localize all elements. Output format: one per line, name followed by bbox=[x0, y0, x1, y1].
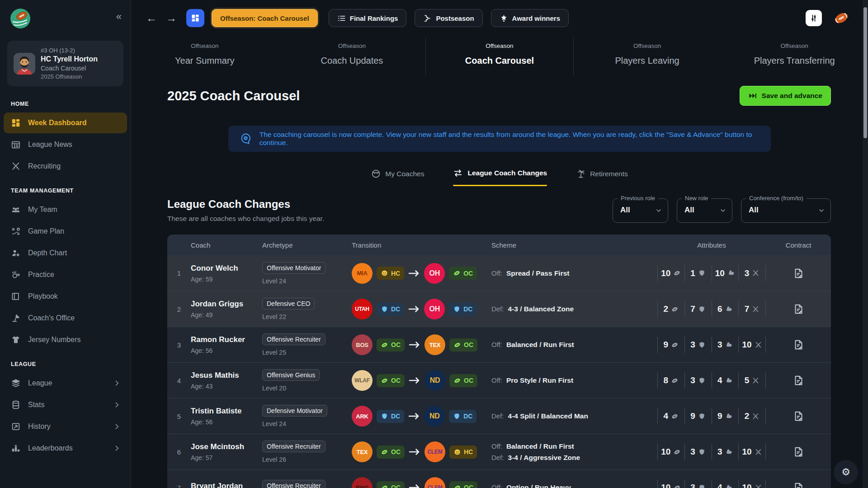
coach-level: Level 24 bbox=[262, 277, 352, 285]
current-season: 2025 Offseason bbox=[41, 73, 98, 80]
contract-button[interactable] bbox=[766, 339, 831, 351]
desk-lamp-icon bbox=[11, 313, 21, 323]
stepper-item-coach-updates[interactable]: Offseason Coach Updates bbox=[278, 37, 426, 76]
sidebar-item-league[interactable]: League bbox=[4, 373, 127, 394]
sidebar-section-label: TEAM MANAGEMENT bbox=[0, 178, 131, 198]
team-logo-tex: TEX bbox=[425, 334, 445, 355]
palm-tree-icon bbox=[576, 169, 585, 178]
save-and-advance-button[interactable]: Save and advance bbox=[740, 86, 831, 106]
sidebar-item-playbook[interactable]: Playbook bbox=[4, 286, 127, 307]
section-subtitle: These are all coaches who changed jobs t… bbox=[167, 215, 324, 223]
coach-face-icon bbox=[371, 169, 381, 178]
new-role-filter[interactable]: New role All bbox=[677, 198, 732, 223]
conference-filter[interactable]: Conference (from/to) All bbox=[741, 198, 831, 223]
contract-button[interactable] bbox=[766, 375, 831, 386]
tab-league-coach-changes[interactable]: League Coach Changes bbox=[453, 168, 547, 186]
crossed-swords-icon bbox=[755, 448, 762, 456]
stepper-eyebrow: Offseason bbox=[574, 42, 721, 49]
sidebar: « #3 OH (13-2) HC Tyrell Horton Coach Ca… bbox=[0, 0, 131, 488]
role-badge-oc: OC bbox=[449, 338, 477, 352]
postseason-button[interactable]: Postseason bbox=[415, 9, 482, 27]
bicep-icon bbox=[725, 377, 733, 385]
bicep-icon bbox=[725, 448, 733, 456]
sidebar-item-league-news[interactable]: League News bbox=[4, 134, 127, 155]
sidebar-item-game-plan[interactable]: Game Plan bbox=[4, 221, 127, 242]
crossed-swords-icon bbox=[752, 413, 760, 420]
contract-button[interactable] bbox=[766, 410, 831, 422]
sidebar-item-depth-chart[interactable]: Depth Chart bbox=[4, 243, 127, 263]
contract-button[interactable] bbox=[766, 446, 831, 458]
sidebar-item-leaderboards[interactable]: Leaderboards bbox=[4, 438, 127, 459]
contract-button[interactable] bbox=[766, 482, 831, 488]
row-number: 2 bbox=[167, 305, 191, 313]
table-header: Coach Archetype Transition Scheme Attrib… bbox=[167, 235, 831, 255]
chevron-right-icon bbox=[113, 380, 121, 387]
sidebar-item-recruiting[interactable]: Recruiting bbox=[4, 156, 127, 177]
database-icon bbox=[11, 400, 21, 410]
main-content: ← → Offseason: Coach Carousel Final Rank… bbox=[131, 0, 868, 488]
sidebar-collapse-button[interactable]: « bbox=[116, 12, 122, 22]
table-row: 5 Tristin Batiste Age: 56 Defensive Moti… bbox=[167, 398, 831, 434]
page-title: 2025 Coach Carousel bbox=[167, 89, 300, 103]
display-settings-button[interactable] bbox=[806, 10, 822, 26]
sidebar-item-label: Practice bbox=[28, 271, 54, 279]
settings-gear-button[interactable]: ⚙ bbox=[834, 460, 858, 484]
attributes-cell: 101103 bbox=[657, 265, 766, 282]
sidebar-item-jersey-numbers[interactable]: Jersey Numbers bbox=[4, 329, 127, 350]
previous-role-filter[interactable]: Previous role All bbox=[613, 198, 668, 223]
attributes-cell: 4992 bbox=[657, 408, 766, 424]
attributes-cell: 8345 bbox=[657, 372, 766, 389]
jersey-icon bbox=[11, 335, 21, 345]
stepper-item-players-leaving[interactable]: Offseason Players Leaving bbox=[573, 37, 721, 76]
back-arrow-button[interactable]: ← bbox=[144, 12, 159, 24]
grid-icon bbox=[11, 118, 21, 128]
sidebar-item-my-team[interactable]: My Team bbox=[4, 199, 127, 220]
page-scrollbar-thumb[interactable] bbox=[863, 7, 867, 138]
chevron-down-icon bbox=[818, 207, 825, 214]
forward-arrow-button[interactable]: → bbox=[164, 12, 179, 24]
bicep-icon bbox=[725, 413, 733, 420]
team-logo-oh: OH bbox=[424, 299, 445, 319]
stepper-item-players-transferring[interactable]: Offseason Players Transferring bbox=[721, 37, 868, 76]
football-icon bbox=[381, 377, 388, 385]
contract-button[interactable] bbox=[766, 303, 831, 315]
contract-button[interactable] bbox=[766, 267, 831, 279]
archetype-badge: Defensive Motivator bbox=[262, 405, 327, 417]
stepper-item-coach-carousel[interactable]: Offseason Coach Carousel bbox=[425, 37, 573, 76]
transition-arrow-icon bbox=[409, 484, 420, 488]
transition-arrow-icon bbox=[409, 341, 420, 348]
tab-retirements[interactable]: Retirements bbox=[576, 168, 628, 186]
tab-my-coaches[interactable]: My Coaches bbox=[371, 168, 424, 186]
section-title: League Coach Changes bbox=[167, 198, 324, 211]
coach-name: Jose Mcintosh bbox=[191, 442, 262, 451]
stepper-item-year-summary[interactable]: Offseason Year Summary bbox=[131, 37, 278, 76]
whistle-icon bbox=[11, 270, 21, 280]
offseason-stage-button[interactable]: Offseason: Coach Carousel bbox=[212, 9, 318, 27]
sidebar-item-label: League News bbox=[28, 141, 72, 149]
stepper-title: Players Leaving bbox=[574, 56, 721, 66]
football-icon bbox=[671, 413, 679, 420]
chevron-down-icon bbox=[719, 207, 726, 214]
sidebar-item-practice[interactable]: Practice bbox=[4, 264, 127, 285]
transition-cell: ARKDCNDDC bbox=[352, 406, 491, 427]
dashboard-grid-button[interactable] bbox=[186, 9, 204, 27]
stepper-title: Players Transferring bbox=[721, 56, 868, 66]
football-icon bbox=[453, 341, 461, 349]
strategy-icon bbox=[11, 226, 21, 236]
sidebar-item-stats[interactable]: Stats bbox=[4, 394, 127, 415]
final-rankings-button[interactable]: Final Rankings bbox=[329, 9, 407, 27]
stepper-title: Coach Updates bbox=[278, 56, 426, 66]
sidebar-item-coach-s-office[interactable]: Coach's Office bbox=[4, 308, 127, 328]
coach-name: Jordan Griggs bbox=[191, 300, 262, 309]
sidebar-item-week-dashboard[interactable]: Week Dashboard bbox=[4, 113, 127, 133]
chevron-right-icon bbox=[113, 423, 121, 431]
archetype-badge: Offensive Genius bbox=[262, 369, 320, 381]
coach-age: Age: 56 bbox=[191, 418, 262, 426]
role-badge-hc: HC bbox=[449, 446, 477, 459]
football-field-logo-icon bbox=[10, 8, 31, 29]
award-winners-button[interactable]: Award winners bbox=[491, 9, 569, 27]
sidebar-item-history[interactable]: History bbox=[4, 416, 127, 437]
newspaper-icon bbox=[11, 140, 21, 150]
chevron-down-icon bbox=[655, 207, 662, 214]
bicep-icon bbox=[725, 484, 733, 488]
